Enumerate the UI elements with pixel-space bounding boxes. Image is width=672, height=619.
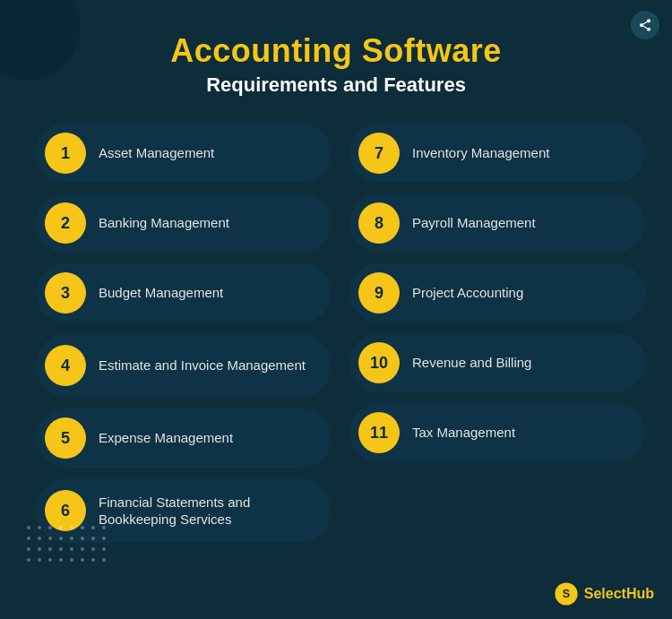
- page-header: Accounting Software Requirements and Fea…: [0, 0, 672, 115]
- list-item: 8 Payroll Management: [349, 193, 645, 253]
- number-badge: 8: [358, 202, 400, 244]
- decorative-dot: [48, 558, 52, 562]
- selecthub-logo-icon: S: [554, 581, 579, 606]
- decorative-dot: [27, 526, 30, 529]
- decorative-dot: [59, 558, 63, 562]
- item-label: Asset Management: [99, 144, 214, 162]
- decorative-dot: [102, 547, 106, 551]
- main-title: Accounting Software: [0, 32, 672, 70]
- decorative-dot: [27, 537, 30, 540]
- decorative-dot: [70, 537, 73, 540]
- share-icon: [638, 18, 652, 32]
- item-label: Payroll Management: [412, 214, 536, 232]
- number-badge: 10: [358, 342, 400, 383]
- decorative-dot: [38, 537, 41, 540]
- item-label: Expense Management: [99, 429, 233, 447]
- decorative-dot: [81, 558, 84, 562]
- decorative-dot: [70, 547, 73, 551]
- logo-text: SelectHub: [584, 586, 654, 602]
- decorative-dot: [81, 537, 84, 540]
- number-badge: 4: [45, 345, 86, 386]
- number-badge: 1: [45, 133, 86, 174]
- number-badge: 7: [358, 133, 400, 174]
- list-item: 4 Estimate and Invoice Management: [36, 333, 332, 398]
- list-item: 9 Project Accounting: [349, 263, 645, 322]
- item-label: Financial Statements and Bookkeeping Ser…: [99, 494, 315, 529]
- decorative-dot: [27, 547, 30, 551]
- decorative-dot: [70, 526, 73, 529]
- list-item: 3 Budget Management: [36, 263, 332, 322]
- dots-decoration: [27, 526, 109, 565]
- item-label: Inventory Management: [412, 144, 549, 162]
- list-item: 10 Revenue and Billing: [349, 333, 645, 392]
- item-label: Budget Management: [99, 284, 223, 302]
- decorative-dot: [59, 547, 63, 551]
- decorative-dot: [59, 537, 63, 540]
- content-area: 1 Asset Management 2 Banking Management …: [0, 115, 672, 552]
- logo-select: Select: [584, 586, 626, 601]
- number-badge: 11: [358, 412, 400, 453]
- list-item: 2 Banking Management: [36, 193, 332, 253]
- share-button[interactable]: [631, 11, 659, 39]
- decorative-dot: [81, 526, 84, 529]
- right-column: 7 Inventory Management 8 Payroll Managem…: [349, 124, 645, 543]
- decorative-dot: [91, 547, 95, 551]
- number-badge: 2: [45, 202, 86, 244]
- decorative-dot: [91, 537, 95, 540]
- decorative-dot: [102, 526, 106, 529]
- decorative-dot: [38, 526, 41, 529]
- left-column: 1 Asset Management 2 Banking Management …: [36, 124, 332, 543]
- decorative-dot: [48, 537, 52, 540]
- number-badge: 5: [45, 417, 86, 459]
- number-badge: 9: [358, 272, 400, 314]
- decorative-dot: [27, 558, 30, 562]
- logo-hub: Hub: [626, 586, 654, 601]
- item-label: Estimate and Invoice Management: [99, 357, 306, 374]
- item-label: Banking Management: [99, 214, 229, 232]
- subtitle: Requirements and Features: [0, 73, 672, 97]
- list-item: 7 Inventory Management: [349, 124, 645, 183]
- list-item: 5 Expense Management: [36, 408, 332, 468]
- list-item: 1 Asset Management: [36, 124, 332, 183]
- item-label: Project Accounting: [412, 284, 523, 302]
- svg-text:S: S: [563, 588, 570, 600]
- number-badge: 3: [45, 272, 86, 314]
- item-label: Revenue and Billing: [412, 354, 531, 372]
- list-item: 11 Tax Management: [349, 403, 645, 462]
- decorative-dot: [38, 558, 41, 562]
- decorative-dot: [48, 547, 52, 551]
- selecthub-logo: S SelectHub: [554, 581, 654, 606]
- decorative-dot: [102, 537, 106, 540]
- decorative-dot: [59, 526, 63, 529]
- decorative-dot: [81, 547, 84, 551]
- decorative-dot: [48, 526, 52, 529]
- decorative-dot: [70, 558, 73, 562]
- item-label: Tax Management: [412, 424, 515, 442]
- decorative-dot: [102, 558, 106, 562]
- decorative-dot: [91, 526, 95, 529]
- decorative-dot: [91, 558, 95, 562]
- decorative-dot: [38, 547, 41, 551]
